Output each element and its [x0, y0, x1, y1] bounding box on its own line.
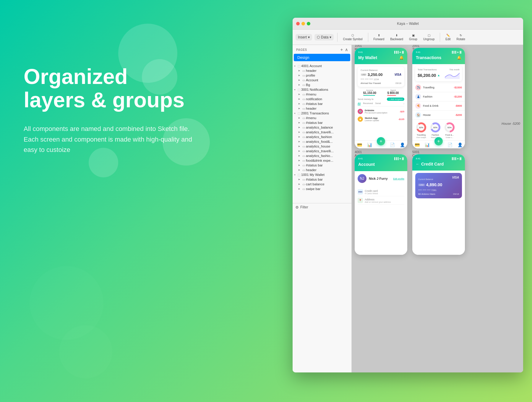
bell-icon[interactable]: 🔔: [399, 56, 404, 60]
transactions-screen: 9:41 ▐▐▐ ◈ ▓ Transactions 🔔: [412, 48, 465, 148]
forward-button[interactable]: ⬆ Forward: [372, 33, 386, 41]
credit-title: Credit Card: [421, 162, 444, 166]
add-page-icon[interactable]: +: [340, 47, 343, 52]
tab-all[interactable]: All: [358, 102, 361, 105]
layer-header-2[interactable]: ▶ ▭ header: [293, 106, 351, 111]
layer-name: analytics_balance: [306, 126, 333, 129]
layer-status-bar-2[interactable]: ▶ ▭ #status bar: [293, 120, 351, 125]
status-bar-2: 9:41 ▐▐▐ ◈ ▓: [416, 51, 461, 54]
collapse-icon[interactable]: ∧: [345, 47, 348, 52]
nav-document-icon-2[interactable]: 📄: [447, 142, 452, 147]
account-header: 8:41 ▐▐▐ ◈ ▓ Account: [355, 154, 407, 171]
layer-status-bar-3[interactable]: ▶ ▭ #status bar: [293, 163, 351, 168]
expand-icon: ▼: [294, 174, 297, 176]
page-design[interactable]: Design: [294, 54, 350, 61]
transaction-desc-2: License Update: [365, 119, 397, 121]
folder-icon: ▭: [302, 168, 305, 172]
travel-emoji: ✈️: [417, 86, 420, 89]
donut-travelling: 80% Travelling Over budget: [415, 121, 427, 138]
layer-fooddrink[interactable]: ▶ ▭ food&drink expe...: [293, 158, 351, 163]
layer-bg[interactable]: ▶ ▭ Bg: [293, 82, 351, 87]
layer-analytics-food[interactable]: ▶ ▭ analytics_food&...: [293, 139, 351, 144]
add-recipient-button[interactable]: + Add recipient: [387, 98, 404, 101]
insert-group[interactable]: Insert ▾: [296, 34, 312, 40]
folder-icon: ▭: [302, 140, 305, 143]
layer-account[interactable]: ▶ ▭ Account: [293, 78, 351, 82]
back-arrow-icon[interactable]: ←: [416, 162, 419, 166]
nav-chart-icon-2[interactable]: 📊: [425, 142, 430, 147]
layer-header-1[interactable]: ▶ ▭ header: [293, 68, 351, 73]
tab-send[interactable]: Send: [375, 102, 381, 105]
wallet-title: My Wallet: [358, 55, 377, 60]
layer-1001-wallet[interactable]: ▼ ⬚ 1001 My Wallet: [293, 172, 351, 177]
layer-name: #menu: [306, 116, 316, 120]
total-amount: $6,200.00: [418, 73, 436, 78]
create-symbol-button[interactable]: ⬡ Create Symbol: [341, 33, 364, 41]
tab-received[interactable]: Received: [363, 102, 373, 105]
layer-menu-2[interactable]: ▶ ▭ #menu: [293, 116, 351, 120]
layer-4001-account[interactable]: ▼ ⬚ 4001 Account: [293, 64, 351, 68]
layer-cart-balance[interactable]: ▶ ▭ cart balance: [293, 182, 351, 187]
signal-icon-4: ▐▐▐: [451, 157, 456, 160]
transaction-dribbble: ⚽ Dribbble Pro account subscription -$25: [355, 108, 407, 115]
food-emoji: 🍕: [417, 104, 420, 107]
rotate-button[interactable]: ↻ Rotate: [455, 33, 467, 41]
credit-title-row: ← Credit Card: [416, 162, 461, 166]
spacer: [293, 61, 351, 64]
folder-icon: ▭: [302, 178, 305, 181]
ungroup-icon: ▢: [428, 34, 430, 37]
transactions-header: 9:41 ▐▐▐ ◈ ▓ Transactions 🔔: [412, 48, 465, 64]
income-value: $1,150.00: [363, 91, 377, 95]
expand-icon: ▶: [299, 84, 301, 86]
layer-analytics-travelling-2[interactable]: ▶ ▭ analytics_travelli...: [293, 149, 351, 153]
currency-badge: USD: [361, 73, 367, 76]
layer-status-bar-4[interactable]: ▶ ▭ #status bar: [293, 177, 351, 182]
layer-analytics-fashion[interactable]: ▶ ▭ analytics_fashion: [293, 134, 351, 139]
nav-wallet-icon-2[interactable]: 💳: [415, 142, 420, 147]
filter-bar[interactable]: ⊙ Filter: [293, 203, 351, 211]
layer-analytics-travelling[interactable]: ▶ ▭ analytics_travelli...: [293, 130, 351, 134]
layer-status-bar-1[interactable]: ▶ ▭ #status bar: [293, 101, 351, 106]
battery-icon: ▓: [402, 51, 404, 54]
minimize-button[interactable]: [301, 22, 305, 25]
data-group[interactable]: ⬡ Data ▾: [314, 34, 334, 40]
toolbar: Insert ▾ ⬡ Data ▾ ⬡ Create Symbol ⬆ Forw…: [293, 30, 523, 45]
fab-button[interactable]: +: [377, 137, 385, 145]
layer-analytics-house[interactable]: ▶ ▭ analytics_house: [293, 144, 351, 149]
status-bar: 9:41 ▐▐▐ ◈ ▓: [358, 51, 404, 54]
layer-analytics-balance[interactable]: ▶ ▭ analytics_balance: [293, 125, 351, 130]
nav-chart-icon[interactable]: 📊: [367, 142, 372, 147]
add-recipient-label: Add recipient: [390, 98, 403, 100]
edit-profile-link[interactable]: Edit profile: [393, 177, 404, 180]
layer-profile[interactable]: ▶ ▭ profile: [293, 73, 351, 78]
house-icon: 🏠: [415, 112, 421, 118]
food-name: Food & Drink: [423, 104, 453, 107]
svg-text:60%: 60%: [447, 127, 452, 129]
battery-icon-2: ▓: [460, 51, 461, 54]
ungroup-button[interactable]: ▢ Ungroup: [421, 33, 436, 41]
layer-header-3[interactable]: ▶ ▭ header: [293, 168, 351, 172]
canvas: 1001 My Wallet 9:41 ▐▐▐ ◈ ▓: [352, 45, 523, 372]
close-button[interactable]: [296, 22, 300, 25]
layer-notification[interactable]: ▶ ▭ notification: [293, 97, 351, 101]
edit-button[interactable]: ✏️ Edit: [444, 33, 452, 41]
layer-analytics-fashio[interactable]: ▶ ▭ analytics_fashio...: [293, 153, 351, 158]
nav-document-icon[interactable]: 📄: [390, 142, 395, 147]
nav-user-icon[interactable]: 👤: [400, 142, 405, 147]
fab-button-2[interactable]: +: [434, 137, 443, 145]
bell-icon-2[interactable]: 🔔: [457, 56, 461, 60]
layer-3001-notifications[interactable]: ▼ ⬚ 3001 Notifications: [293, 87, 351, 92]
pages-controls[interactable]: + ∧: [340, 47, 348, 52]
layer-name: #status bar: [306, 121, 323, 124]
backward-button[interactable]: ⬇ Backward: [388, 33, 405, 41]
layer-name: analytics_fashion: [306, 135, 332, 139]
expand-icon: ▶: [299, 117, 301, 119]
layer-swipe-bar[interactable]: ▶ ▭ swipe bar: [293, 187, 351, 191]
group-button[interactable]: ▣ Group: [407, 33, 419, 41]
nav-user-icon-2[interactable]: 👤: [458, 142, 463, 147]
layer-2001-transactions[interactable]: ▼ ⬚ 2001 Transactions: [293, 111, 351, 116]
folder-icon: ▭: [302, 159, 305, 162]
layer-menu-1[interactable]: ▶ ▭ #menu: [293, 92, 351, 97]
maximize-button[interactable]: [307, 22, 310, 25]
nav-wallet-icon[interactable]: 💳: [357, 142, 362, 147]
